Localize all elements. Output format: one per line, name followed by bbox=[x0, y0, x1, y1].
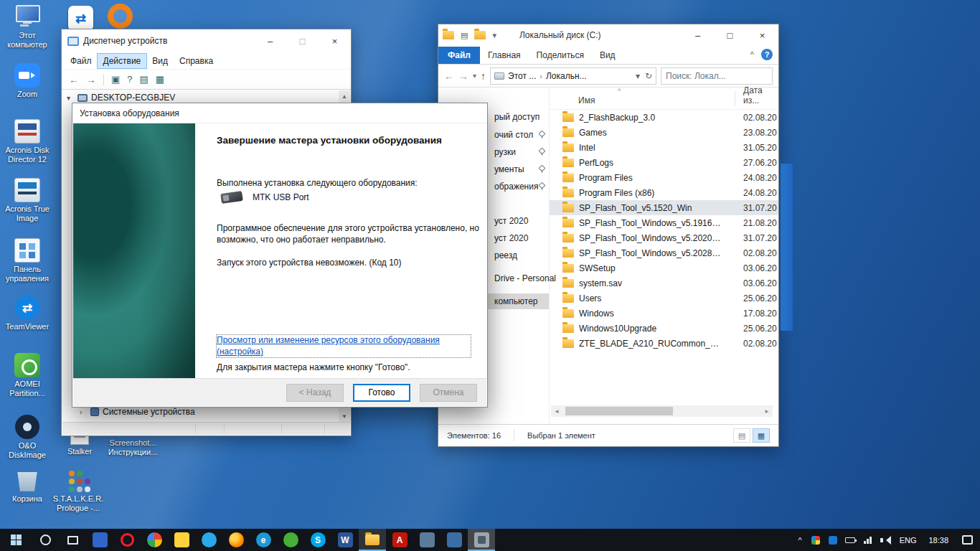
tray-color-icon[interactable] bbox=[811, 534, 821, 545]
icons-view-button[interactable]: ▦ bbox=[753, 428, 770, 443]
back-button[interactable]: < Назад bbox=[286, 384, 344, 402]
volume-icon[interactable] bbox=[880, 534, 890, 545]
scroll-right-icon[interactable]: ► bbox=[761, 408, 773, 415]
column-name[interactable]: Имя bbox=[578, 95, 595, 105]
taskbar-app-edge[interactable]: e bbox=[250, 529, 277, 551]
file-row[interactable]: PerfLogs27.06.20 bbox=[550, 155, 778, 170]
tab-file[interactable]: Файл bbox=[438, 47, 480, 64]
start-button[interactable] bbox=[0, 529, 32, 551]
details-view-button[interactable]: ▤ bbox=[733, 428, 750, 443]
wizard-titlebar[interactable]: Установка оборудования bbox=[72, 103, 487, 123]
taskbar-app-firefox[interactable] bbox=[222, 529, 250, 551]
desktop-icon-recycle-bin[interactable]: Корзина bbox=[1, 468, 54, 504]
breadcrumb-segment[interactable]: Локальн... bbox=[546, 71, 587, 81]
file-row[interactable]: Windows17.08.20 bbox=[550, 306, 778, 321]
file-row-selected[interactable]: SP_Flash_Tool_v5.1520_Win31.07.20 bbox=[550, 200, 778, 215]
expand-arrow-icon[interactable]: › bbox=[80, 408, 87, 416]
desktop-icon-teamviewer-shortcut[interactable]: ⇄ bbox=[68, 6, 93, 31]
desktop-icon-acronis-disk-director[interactable]: Acronis Disk Director 12 bbox=[1, 119, 54, 164]
file-row[interactable]: Users25.06.20 bbox=[550, 291, 778, 306]
taskbar-app-document[interactable] bbox=[440, 529, 468, 551]
search-box[interactable] bbox=[661, 67, 773, 85]
taskbar-app-skype[interactable]: S bbox=[304, 529, 331, 551]
back-icon[interactable]: ← bbox=[69, 74, 79, 85]
up-icon[interactable]: ↑ bbox=[481, 70, 486, 82]
task-view-button[interactable] bbox=[59, 529, 86, 551]
maximize-button[interactable]: □ bbox=[714, 24, 746, 46]
taskbar-app-device-manager[interactable] bbox=[468, 529, 495, 551]
column-separator[interactable] bbox=[735, 91, 735, 106]
desktop-icon-zoom[interactable]: Zoom bbox=[1, 63, 54, 99]
taskbar-app-browser[interactable] bbox=[141, 529, 168, 551]
desktop-icon-this-pc[interactable]: Этот компьютер bbox=[1, 4, 54, 50]
taskbar-app-utility[interactable] bbox=[168, 529, 195, 551]
file-row[interactable]: Intel31.05.20 bbox=[550, 140, 778, 155]
file-row[interactable]: Games23.08.20 bbox=[550, 125, 778, 140]
action-center-icon[interactable] bbox=[962, 535, 973, 545]
taskbar-app-teamviewer[interactable] bbox=[86, 529, 113, 551]
console-window-icon[interactable]: ▣ bbox=[111, 74, 120, 85]
close-button[interactable]: × bbox=[319, 29, 351, 52]
file-row[interactable]: ZTE_BLADE_A210_RUCommon_T02_2016...02.08… bbox=[550, 336, 778, 351]
file-row[interactable]: Program Files (x86)24.08.20 bbox=[550, 185, 778, 200]
address-dropdown-icon[interactable]: ▾ bbox=[636, 71, 640, 81]
bluetooth-icon[interactable] bbox=[828, 534, 839, 545]
column-date[interactable]: Дата из... bbox=[743, 85, 778, 105]
horizontal-scrollbar[interactable]: ◄ ► bbox=[551, 405, 773, 417]
scroll-down-icon[interactable]: ▼ bbox=[339, 410, 350, 422]
file-row[interactable]: SP_Flash_Tool_Windows_v5.2028.0002.08.20 bbox=[550, 245, 778, 260]
scroll-left-icon[interactable]: ◄ bbox=[551, 408, 562, 415]
menu-help[interactable]: Справка bbox=[174, 54, 219, 68]
menu-view[interactable]: Вид bbox=[146, 54, 174, 68]
properties-icon[interactable]: ▤ bbox=[461, 31, 468, 40]
taskbar-app-13[interactable] bbox=[413, 529, 440, 551]
breadcrumb[interactable]: Этот ... › Локальн... ▾ ↻ bbox=[490, 67, 656, 85]
taskbar-app-word[interactable]: W bbox=[331, 529, 359, 551]
file-row[interactable]: SP_Flash_Tool_Windows_v5.1916.0021.08.20 bbox=[550, 215, 778, 230]
explorer-titlebar[interactable]: ▤ ▾ Локальный диск (C:) – □ × bbox=[438, 24, 778, 46]
refresh-icon[interactable]: ↻ bbox=[645, 71, 652, 81]
desktop-icon-aomei[interactable]: AOMEI Partition... bbox=[1, 353, 54, 398]
clock[interactable]: 18:38 bbox=[925, 536, 951, 545]
menu-action[interactable]: Действие bbox=[98, 54, 147, 68]
breadcrumb-segment[interactable]: Этот ... bbox=[508, 71, 536, 81]
back-icon[interactable]: ← bbox=[444, 70, 454, 82]
scan-hardware-icon[interactable]: ▦ bbox=[156, 74, 164, 85]
menu-file[interactable]: Файл bbox=[65, 54, 98, 68]
collapse-arrow-icon[interactable]: ▾ bbox=[67, 94, 74, 102]
forward-icon[interactable]: → bbox=[458, 70, 468, 82]
minimize-button[interactable]: – bbox=[254, 29, 286, 52]
desktop-icon-stalker-prologue[interactable]: S.T.A.L.K.E.R. Prologue -... bbox=[52, 468, 105, 513]
desktop-icon-acronis-true-image[interactable]: Acronis True Image bbox=[1, 178, 54, 223]
cancel-button[interactable]: Отмена bbox=[420, 384, 477, 402]
taskbar-app-explorer[interactable] bbox=[359, 529, 386, 551]
tab-home[interactable]: Главная bbox=[480, 47, 529, 64]
recent-dropdown-icon[interactable]: ▾ bbox=[473, 72, 476, 80]
resources-link[interactable]: Просмотр или изменение ресурсов этого об… bbox=[217, 335, 471, 357]
finish-button[interactable]: Готово bbox=[353, 384, 410, 402]
taskbar-app-acrobat[interactable]: A bbox=[386, 529, 413, 551]
file-row[interactable]: SP_Flash_Tool_Windows_v5.2020.0031.07.20 bbox=[550, 230, 778, 245]
taskbar-app-green[interactable] bbox=[277, 529, 304, 551]
desktop-icon-orange-app[interactable] bbox=[108, 4, 133, 29]
properties-icon[interactable]: ▤ bbox=[140, 74, 149, 85]
tab-share[interactable]: Поделиться bbox=[529, 47, 592, 64]
help-icon[interactable]: ? bbox=[127, 74, 132, 85]
new-folder-icon[interactable] bbox=[474, 31, 486, 39]
scrollbar-thumb[interactable] bbox=[565, 407, 673, 415]
minimize-button[interactable]: – bbox=[682, 24, 714, 46]
desktop-icon-control-panel[interactable]: Панель управления bbox=[1, 238, 54, 283]
network-icon[interactable] bbox=[862, 534, 873, 545]
hidden-icons-chevron[interactable]: ^ bbox=[796, 536, 804, 545]
cortana-button[interactable] bbox=[32, 529, 59, 551]
battery-icon[interactable] bbox=[845, 534, 856, 545]
tab-view[interactable]: Вид bbox=[592, 47, 623, 64]
desktop-icon-oo-diskimage[interactable]: O&O DiskImage bbox=[1, 415, 54, 460]
taskbar-app-opera[interactable] bbox=[113, 529, 141, 551]
close-button[interactable]: × bbox=[746, 24, 778, 46]
file-row[interactable]: system.sav03.06.20 bbox=[550, 276, 778, 291]
desktop-icon-teamviewer[interactable]: ⇄ TeamViewer bbox=[1, 296, 54, 331]
language-indicator[interactable]: ENG bbox=[897, 536, 920, 545]
taskbar-app-telegram[interactable] bbox=[195, 529, 222, 551]
help-icon[interactable]: ? bbox=[761, 49, 773, 60]
